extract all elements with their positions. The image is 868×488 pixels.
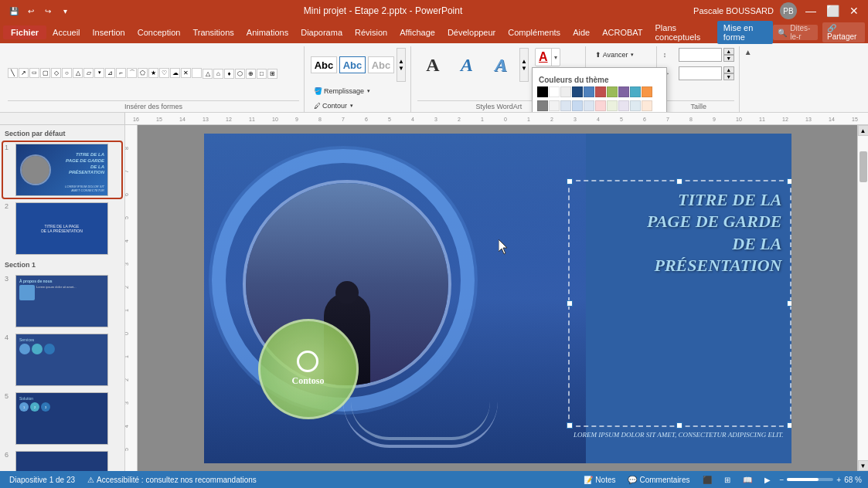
customize-qat-button[interactable]: ▾ <box>57 3 73 19</box>
theme-shade-cell[interactable] <box>549 100 560 111</box>
wordart-a1[interactable]: A <box>417 48 448 82</box>
menu-diaporama[interactable]: Diaporama <box>294 25 349 39</box>
shape-parallelogram-btn[interactable]: ▱ <box>83 68 94 78</box>
reading-view-btn[interactable]: 📖 <box>740 475 755 485</box>
theme-color-cell[interactable] <box>537 86 548 97</box>
theme-shade-cell[interactable] <box>560 100 571 111</box>
slide-thumb-3[interactable]: 3 À propos de nous Lorem ipsum dolor sit… <box>3 273 121 329</box>
menu-accueil[interactable]: Accueil <box>46 25 86 39</box>
shape-l-btn[interactable]: ⌐ <box>116 68 126 78</box>
accessibility-btn[interactable]: ⚠ Accessibilité : consultez nos recomman… <box>84 475 260 485</box>
shape-r3-btn[interactable]: ♦ <box>224 69 234 79</box>
shape-r6-btn[interactable]: □ <box>257 69 267 79</box>
avatar[interactable]: PB <box>780 2 797 19</box>
theme-shade-cell[interactable] <box>595 100 606 111</box>
theme-color-cell[interactable] <box>560 86 571 97</box>
comments-btn[interactable]: 💬 Commentaires <box>625 475 693 485</box>
wordart-scroll-btn[interactable]: ▲▼ <box>519 48 529 82</box>
shape-t-btn[interactable]: ⊿ <box>105 68 115 78</box>
shape-round-rect-btn[interactable]: ▢ <box>40 68 50 78</box>
theme-color-cell[interactable] <box>572 86 583 97</box>
ribbon-expand-btn[interactable]: ▲ <box>741 46 752 112</box>
shape-pentagon-btn[interactable]: ⬠ <box>138 68 148 78</box>
theme-shade-cell[interactable] <box>537 100 548 111</box>
height-down-btn[interactable]: ▼ <box>723 55 734 62</box>
scroll-thumb[interactable] <box>859 151 867 182</box>
slide-thumb-6[interactable]: 6 <box>3 449 121 471</box>
menu-aide[interactable]: Aide <box>567 25 596 39</box>
undo-qat-button[interactable]: ↩ <box>23 3 39 19</box>
zoom-in-btn[interactable]: + <box>836 476 841 484</box>
menu-insertion[interactable]: Insertion <box>87 25 131 39</box>
slide-thumb-4[interactable]: 4 Services <box>3 332 121 388</box>
theme-shade-cell[interactable] <box>630 100 641 111</box>
slide-thumb-1[interactable]: 1 TITRE DE LAPAGE DE GARDEDE LAPRÉSENTAT… <box>3 142 121 198</box>
shape-r1-btn[interactable]: △ <box>203 69 213 79</box>
redo-qat-button[interactable]: ↪ <box>40 3 56 19</box>
scroll-down-btn[interactable]: ▼ <box>858 460 869 471</box>
menu-complements[interactable]: Compléments <box>502 25 567 39</box>
shape-line-btn[interactable]: ╲ <box>8 68 18 78</box>
shape-triangle-btn[interactable]: △ <box>73 68 83 78</box>
shape-more2-btn[interactable] <box>192 68 202 78</box>
menu-animations[interactable]: Animations <box>240 25 294 39</box>
avancer-btn[interactable]: ⬆ Avancer ▾ <box>592 48 637 62</box>
remplissage-btn[interactable]: 🪣 Remplissage ▾ <box>311 84 373 98</box>
normal-view-btn[interactable]: ⬛ <box>700 475 715 485</box>
theme-shade-cell[interactable] <box>572 100 583 111</box>
menu-revision[interactable]: Révision <box>349 25 393 39</box>
menu-conception[interactable]: Conception <box>131 25 187 39</box>
menu-developpeur[interactable]: Développeur <box>441 25 502 39</box>
slide-thumb-5[interactable]: 5 Solution 1 2 3 <box>3 391 121 446</box>
style-abc-2[interactable]: Abc <box>339 56 366 73</box>
menu-acrobat[interactable]: ACROBAT <box>596 25 648 39</box>
theme-shade-cell[interactable] <box>607 100 618 111</box>
shape-rect-btn[interactable]: ▭ <box>29 68 39 78</box>
height-up-btn[interactable]: ▲ <box>723 48 734 55</box>
scroll-track[interactable] <box>858 136 869 460</box>
slideshow-btn[interactable]: ▶ <box>761 475 774 485</box>
wordart-a2[interactable]: A <box>451 48 482 82</box>
wordart-a3[interactable]: A <box>485 48 516 82</box>
theme-color-cell[interactable] <box>595 86 606 97</box>
style-abc-1[interactable]: Abc <box>311 56 337 73</box>
shape-diamond-btn[interactable]: ◇ <box>51 68 61 78</box>
width-input[interactable]: 12,55 cm <box>679 66 722 80</box>
notes-btn[interactable]: 📝 Notes <box>580 475 618 485</box>
shape-cloud-btn[interactable]: ☁ <box>170 68 180 78</box>
shape-r2-btn[interactable]: ⌂ <box>213 69 223 79</box>
menu-affichage[interactable]: Affichage <box>393 25 441 39</box>
style-abc-3[interactable]: Abc <box>368 56 394 73</box>
contour-btn[interactable]: 🖊 Contour ▾ <box>311 99 356 113</box>
menu-mise-en-forme[interactable]: Mise en forme <box>717 21 773 44</box>
theme-color-cell[interactable] <box>549 86 560 97</box>
shape-circle-btn[interactable]: ○ <box>62 68 72 78</box>
zoom-slider-track[interactable] <box>787 478 833 481</box>
shape-more-btn[interactable]: ▾ <box>94 68 104 78</box>
theme-color-cell[interactable] <box>642 86 652 97</box>
close-button[interactable]: ✕ <box>846 3 862 19</box>
theme-color-cell[interactable] <box>630 86 641 97</box>
minimize-button[interactable]: — <box>803 3 819 19</box>
share-button[interactable]: 🔗 Partager <box>822 22 865 42</box>
theme-color-cell[interactable] <box>584 86 594 97</box>
shape-r5-btn[interactable]: ⊕ <box>246 69 256 79</box>
scroll-up-btn[interactable]: ▲ <box>858 125 869 136</box>
slide-sorter-btn[interactable]: ⊞ <box>721 475 734 485</box>
shape-r7-btn[interactable]: ⊞ <box>267 69 277 79</box>
canvas-area[interactable]: Contoso TITRE DE LA PAGE DE GARDE DE LA … <box>138 125 857 471</box>
slide-canvas[interactable]: Contoso TITRE DE LA PAGE DE GARDE DE LA … <box>204 134 791 463</box>
save-qat-button[interactable]: 💾 <box>6 3 22 19</box>
text-color-main[interactable]: A <box>536 49 552 66</box>
width-up-btn[interactable]: ▲ <box>723 66 734 73</box>
menu-transitions[interactable]: Transitions <box>186 25 240 39</box>
shape-bent-btn[interactable]: ⌒ <box>127 68 137 78</box>
shape-cx-btn[interactable]: ✕ <box>181 68 191 78</box>
theme-shade-cell[interactable] <box>618 100 629 111</box>
styles-more-btn[interactable]: ▲▼ <box>397 48 406 82</box>
text-color-dropdown-arrow[interactable]: ▾ <box>552 53 560 63</box>
menu-fichier[interactable]: Fichier <box>3 25 46 39</box>
theme-color-cell[interactable] <box>607 86 618 97</box>
theme-shade-cell[interactable] <box>584 100 594 111</box>
width-down-btn[interactable]: ▼ <box>723 73 734 80</box>
